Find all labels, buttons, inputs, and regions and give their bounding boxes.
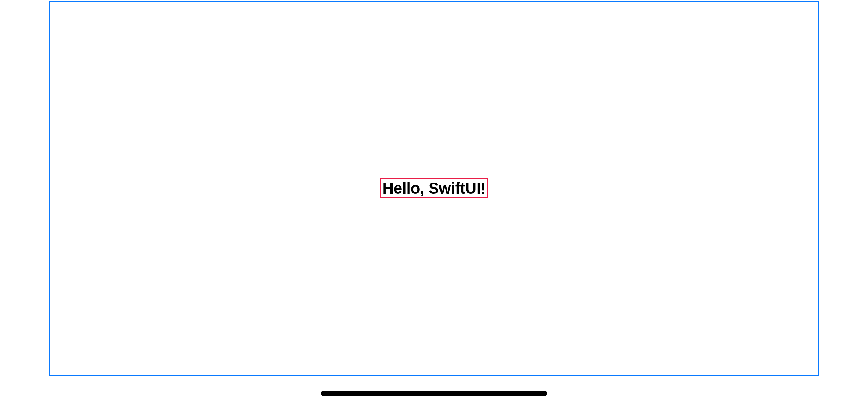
home-indicator[interactable] <box>321 391 547 396</box>
text-bounds-box: Hello, SwiftUI! <box>380 178 488 198</box>
safe-area-container: Hello, SwiftUI! <box>49 1 819 376</box>
greeting-text: Hello, SwiftUI! <box>382 179 486 197</box>
